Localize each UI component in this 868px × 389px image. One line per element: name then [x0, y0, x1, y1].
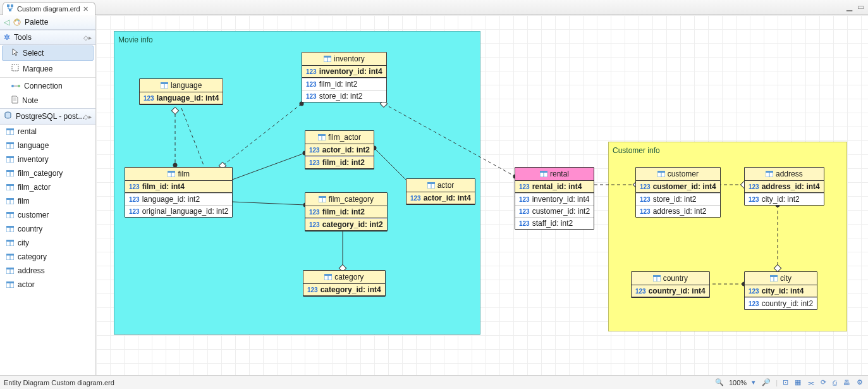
- fit-icon[interactable]: ⊡: [781, 378, 790, 386]
- svg-rect-37: [6, 226, 14, 228]
- print-icon[interactable]: 🖶: [842, 379, 852, 386]
- svg-point-9: [11, 85, 14, 87]
- entity-title: film_actor: [328, 133, 361, 142]
- entity-header: city: [745, 272, 817, 285]
- entity-header: rental: [515, 168, 594, 181]
- connection-icon: [11, 82, 20, 90]
- zoom-level: 100%: [729, 379, 747, 386]
- settings-icon[interactable]: ⚙: [855, 378, 864, 386]
- entity-film[interactable]: film123film_id: int4123language_id: int2…: [125, 167, 233, 218]
- svg-rect-25: [6, 170, 14, 172]
- db-section-header[interactable]: PostgreSQL - post... ◇▸: [0, 108, 95, 125]
- close-icon[interactable]: ✕: [83, 5, 89, 13]
- db-table-label: actor: [18, 280, 35, 289]
- svg-rect-94: [540, 171, 547, 173]
- entity-actor[interactable]: actor123actor_id: int4: [406, 178, 475, 205]
- entity-customer[interactable]: customer123customer_id: int4123store_id:…: [635, 167, 721, 218]
- maximize-icon[interactable]: ▭: [857, 3, 864, 11]
- back-icon[interactable]: ◁: [4, 18, 9, 27]
- tool-select[interactable]: Select: [2, 46, 94, 61]
- entity-header: category: [303, 271, 385, 284]
- db-table-item[interactable]: rental: [0, 125, 95, 139]
- minimize-icon[interactable]: ▁: [847, 3, 852, 11]
- svg-rect-2: [9, 9, 11, 11]
- table-icon: [6, 226, 14, 232]
- db-table-item[interactable]: film_category: [0, 166, 95, 180]
- erd-file-icon: [7, 4, 15, 13]
- db-table-item[interactable]: language: [0, 139, 95, 152]
- column-label: original_language_id: int2: [142, 207, 229, 216]
- db-table-item[interactable]: address: [0, 264, 95, 278]
- db-table-label: inventory: [18, 155, 49, 164]
- number-icon: 123: [749, 288, 759, 295]
- entity-rental[interactable]: rental123rental_id: int4123inventory_id:…: [515, 167, 594, 230]
- table-icon: [161, 82, 168, 89]
- entity-film_actor[interactable]: film_actor123actor_id: int2123film_id: i…: [305, 130, 374, 170]
- number-icon: 123: [309, 221, 320, 228]
- db-table-item[interactable]: inventory: [0, 152, 95, 166]
- db-table-item[interactable]: film_actor: [0, 180, 95, 194]
- svg-rect-1: [11, 4, 13, 7]
- diagram-canvas[interactable]: Movie info Customer info: [96, 15, 868, 375]
- tool-connection[interactable]: Connection: [0, 79, 95, 93]
- number-icon: 123: [307, 287, 318, 293]
- number-icon: 123: [749, 183, 759, 190]
- svg-rect-49: [6, 281, 14, 283]
- svg-point-6: [18, 20, 20, 22]
- entity-column: 123country_id: int2: [745, 297, 817, 309]
- tool-note[interactable]: Note: [0, 93, 95, 108]
- status-text: Entity Diagram Custom diagram.erd: [4, 379, 114, 386]
- entity-city[interactable]: city123city_id: int4123country_id: int2: [744, 271, 817, 310]
- svg-rect-22: [6, 156, 14, 158]
- zoom-out-icon[interactable]: 🔍: [714, 378, 725, 386]
- entity-column: 123inventory_id: int4: [302, 66, 386, 78]
- entity-column: 123film_id: int4: [125, 181, 232, 193]
- entity-header: country: [632, 272, 709, 285]
- db-table-item[interactable]: customer: [0, 208, 95, 222]
- entity-film_category[interactable]: film_category123film_id: int2123category…: [305, 192, 388, 232]
- refresh-icon[interactable]: ⟳: [819, 378, 828, 386]
- db-table-label: customer: [18, 211, 49, 219]
- grid-icon[interactable]: ▦: [793, 378, 802, 386]
- db-table-item[interactable]: film: [0, 194, 95, 208]
- entity-header: customer: [636, 168, 720, 181]
- layout-icon[interactable]: ⫘: [806, 379, 816, 386]
- editor-tab[interactable]: Custom diagram.erd ✕: [3, 2, 95, 15]
- svg-rect-79: [318, 134, 326, 136]
- db-table-item[interactable]: country: [0, 222, 95, 236]
- db-table-item[interactable]: category: [0, 250, 95, 264]
- entity-address[interactable]: address123address_id: int4123city_id: in…: [744, 167, 824, 206]
- svg-rect-97: [657, 171, 665, 173]
- db-table-label: language: [18, 141, 49, 150]
- entity-category[interactable]: category123category_id: int4: [303, 270, 386, 297]
- entity-inventory[interactable]: inventory123inventory_id: int4123film_id…: [302, 52, 387, 102]
- table-icon: [324, 56, 331, 62]
- export-icon[interactable]: ⎙: [831, 379, 838, 386]
- entity-column: 123customer_id: int2: [515, 205, 594, 217]
- number-icon: 123: [306, 93, 317, 100]
- number-icon: 123: [129, 208, 140, 215]
- table-icon: [540, 171, 547, 177]
- entity-title: rental: [550, 170, 569, 178]
- expand-icon[interactable]: ◇▸: [83, 34, 92, 41]
- db-table-label: address: [18, 266, 45, 275]
- entity-column: 123address_id: int2: [636, 205, 720, 217]
- db-table-item[interactable]: actor: [0, 278, 95, 292]
- entity-header: actor: [406, 179, 475, 192]
- zoom-in-icon[interactable]: 🔎: [761, 378, 772, 386]
- column-label: address_id: int2: [653, 207, 707, 216]
- entity-language[interactable]: language123language_id: int4: [139, 78, 223, 105]
- svg-rect-73: [324, 56, 331, 58]
- db-table-item[interactable]: city: [0, 236, 95, 250]
- db-table-label: category: [18, 252, 47, 261]
- note-icon: [11, 96, 18, 106]
- tools-section-header[interactable]: ✲ Tools ◇▸: [0, 30, 95, 45]
- number-icon: 123: [640, 196, 651, 203]
- zoom-dropdown-icon[interactable]: ▾: [750, 378, 757, 386]
- table-icon: [6, 198, 14, 204]
- column-label: address_id: int4: [762, 182, 820, 191]
- entity-column: 123store_id: int2: [636, 193, 720, 205]
- expand-icon[interactable]: ◇▸: [83, 113, 92, 120]
- entity-country[interactable]: country123country_id: int4: [631, 271, 710, 298]
- tool-marquee[interactable]: Marquee: [0, 61, 95, 76]
